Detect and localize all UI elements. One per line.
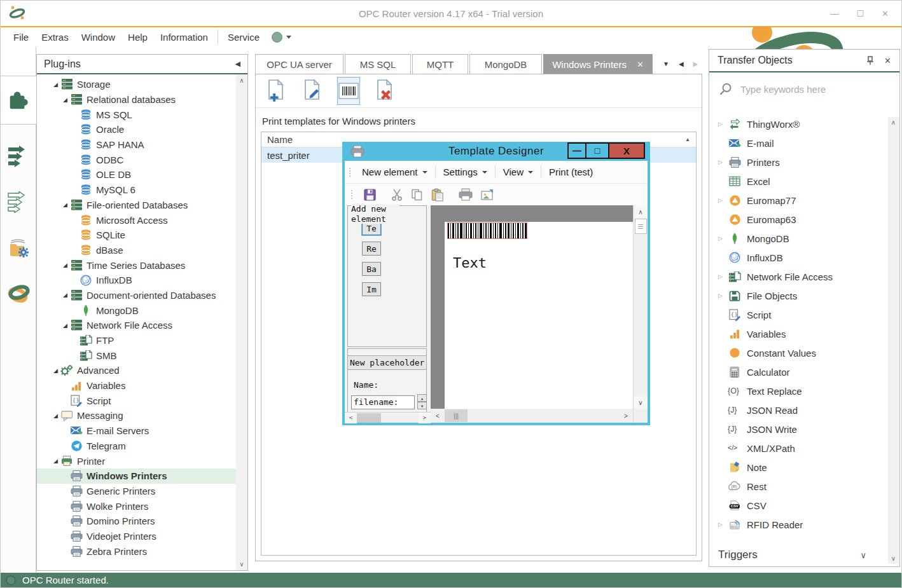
tab-windows-printers[interactable]: Windows Printers✕ (543, 54, 653, 74)
menu-print-test[interactable]: Print (test) (541, 167, 600, 177)
tree-item-windows-printers[interactable]: Windows Printers (37, 468, 236, 484)
tree-item-sap-hana[interactable]: SAP HANA (37, 137, 236, 153)
tree-item-messaging[interactable]: ◢Messaging (37, 408, 236, 423)
export-image-icon[interactable] (480, 188, 494, 202)
expander-collapsed-icon[interactable]: ▷ (718, 235, 726, 242)
tree-item-relational-databases[interactable]: ◢ Relational databases (37, 92, 236, 107)
transfer-item-mongodb[interactable]: ▷MongoDB (709, 229, 899, 248)
pin-icon[interactable] (866, 56, 874, 65)
transfer-item-file-objects[interactable]: ▷File Objects (709, 286, 899, 305)
maximize-button[interactable]: ☐ (856, 9, 864, 18)
transfer-scrollbar[interactable]: ∧∨ (888, 117, 899, 564)
tree-item-network-file-access[interactable]: ◢ Network File Access (37, 318, 236, 333)
paste-icon[interactable] (431, 188, 444, 202)
transfer-item-note[interactable]: Note (709, 458, 899, 477)
expander-collapsed-icon[interactable]: ▷ (718, 197, 726, 203)
menu-settings[interactable]: Settings (436, 167, 495, 177)
designer-canvas[interactable]: Text (431, 205, 633, 409)
edit-template-button[interactable] (301, 77, 324, 105)
dialog-maximize-button[interactable]: □ (585, 142, 609, 159)
tree-item-ole-db[interactable]: OLE DB (37, 167, 236, 182)
menu-service[interactable]: Service (221, 29, 266, 45)
triggers-section[interactable]: Triggers ∨ (709, 544, 899, 566)
cut-icon[interactable] (391, 188, 403, 202)
tree-item-oracle[interactable]: Oracle (37, 122, 236, 137)
transfer-item-script[interactable]: {}Script (709, 305, 899, 324)
template-connections-icon[interactable] (7, 179, 30, 225)
add-template-button[interactable] (265, 77, 288, 105)
expander-collapsed-icon[interactable]: ▷ (718, 159, 726, 165)
tree-item-zebra-printers[interactable]: Zebra Printers (37, 544, 236, 559)
transfer-item-json-read[interactable]: {J}JSON Read (709, 400, 899, 420)
tree-item-time-series-databases[interactable]: ◢ Time Series Databases (37, 257, 236, 273)
tree-item-mysql-6[interactable]: MySQL 6 (37, 182, 236, 198)
transfer-item-text-replace[interactable]: {O}Text Replace (709, 381, 899, 400)
expander-expanded-icon[interactable]: ◢ (52, 81, 59, 88)
tree-item-e-mail-servers[interactable]: E-mail Servers (37, 423, 236, 439)
expander-expanded-icon[interactable]: ◢ (52, 413, 59, 419)
search-box[interactable]: Type keywords here (709, 72, 899, 106)
rect-element-button[interactable]: Re (362, 242, 381, 256)
transfer-item-xml-xpath[interactable]: </>XML/XPath (709, 439, 899, 458)
tree-item-file-oriented-databases[interactable]: ◢ File-oriented Databases (37, 198, 236, 213)
transfer-item-euromap63[interactable]: Euromap63 (709, 210, 899, 229)
tab-list-dropdown-icon[interactable]: ▼ (663, 60, 669, 67)
tree-item-dbase[interactable]: dBase (37, 243, 236, 258)
copy-icon[interactable] (410, 188, 424, 202)
opc-router-icon[interactable] (6, 271, 31, 317)
tree-item-generic-printers[interactable]: Generic Printers (37, 484, 236, 499)
tree-item-domino-printers[interactable]: Domino Printers (37, 514, 236, 529)
transfer-item-constant-values[interactable]: Constant Values (709, 343, 899, 362)
transfer-item-variables[interactable]: Variables (709, 324, 899, 343)
text-element[interactable]: Text (453, 255, 487, 271)
placeholder-name-input[interactable]: filename: (351, 395, 415, 409)
service-status-dropdown[interactable] (266, 32, 297, 43)
expander-expanded-icon[interactable]: ◢ (62, 202, 69, 208)
transfer-item-json-write[interactable]: {J}JSON Write (709, 420, 899, 439)
expander-expanded-icon[interactable]: ◢ (62, 97, 69, 103)
expander-expanded-icon[interactable]: ◢ (62, 262, 69, 268)
tree-item-microsoft-access[interactable]: Microsoft Access (37, 212, 236, 228)
dialog-close-button[interactable]: X (608, 142, 645, 159)
tree-item-mongodb[interactable]: MongoDB (37, 303, 236, 318)
tree-item-advanced[interactable]: ◢Advanced (37, 363, 236, 378)
transfer-item-influxdb[interactable]: InfluxDB (709, 248, 899, 267)
tree-item-script[interactable]: {}Script (37, 393, 236, 408)
tab-scroll-left-icon[interactable]: ◀ (679, 60, 684, 67)
transfer-item-rfid-reader[interactable]: ▷RFIDRFID Reader (709, 515, 899, 534)
tree-item-document-oriented-databases[interactable]: ◢ Document-oriented Databases (37, 288, 236, 303)
plugins-scrollbar[interactable]: ∧∨ (236, 74, 247, 570)
canvas-hscroll[interactable]: <||| > (431, 409, 633, 423)
template-page[interactable]: Text (445, 222, 633, 409)
transfer-item-network-file-access[interactable]: ▷Network File Access (709, 267, 899, 286)
tab-opc-ua-server[interactable]: OPC UA server (255, 54, 343, 74)
tree-item-storage[interactable]: ◢ Storage (37, 77, 236, 92)
expander-expanded-icon[interactable]: ◢ (62, 322, 69, 329)
left-panel-hscroll[interactable]: < > (345, 412, 431, 423)
close-panel-icon[interactable]: ✕ (884, 56, 891, 65)
transfer-item-thingworx-[interactable]: ▷ThingWorx® (709, 114, 899, 133)
tab-mongodb[interactable]: MongoDB (469, 54, 542, 74)
transfer-item-csv[interactable]: CSVCSV (709, 496, 899, 515)
menu-window[interactable]: Window (75, 29, 121, 45)
tree-item-ftp[interactable]: FTP (37, 333, 236, 348)
print-icon[interactable] (458, 188, 473, 202)
transfer-item-e-mail[interactable]: E-mail (709, 133, 899, 153)
minimize-button[interactable]: — (830, 9, 838, 18)
expander-expanded-icon[interactable]: ◢ (62, 292, 69, 298)
menu-view[interactable]: View (496, 167, 541, 177)
tree-item-influxdb[interactable]: InfluxDB (37, 273, 236, 288)
tree-item-smb[interactable]: SMB (37, 348, 236, 363)
tab-ms-sql[interactable]: MS SQL (345, 54, 411, 74)
tree-item-odbc[interactable]: ODBC (37, 152, 236, 167)
delete-template-button[interactable] (373, 77, 396, 105)
spinner[interactable]: ▲▼ (417, 394, 427, 409)
expander-collapsed-icon[interactable]: ▷ (718, 121, 726, 127)
connections-icon[interactable] (7, 133, 30, 179)
image-element-button[interactable]: Im (362, 282, 381, 296)
tree-item-videojet-printers[interactable]: Videojet Printers (37, 529, 236, 544)
expander-expanded-icon[interactable]: ◢ (52, 458, 59, 464)
transfer-item-calculator[interactable]: Calculator (709, 362, 899, 381)
transfer-item-excel[interactable]: Excel (709, 172, 899, 191)
transfer-item-printers[interactable]: ▷Printers (709, 153, 899, 172)
